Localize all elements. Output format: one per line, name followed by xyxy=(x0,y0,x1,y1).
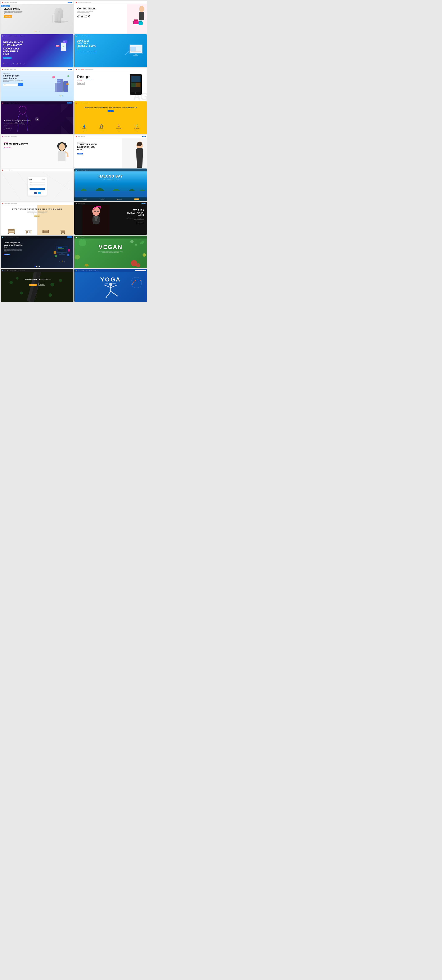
svg-rect-99 xyxy=(67,254,69,256)
nav-links-8: Customers About Blog Blog xyxy=(78,102,89,103)
nav-logo-14 xyxy=(76,203,77,204)
svg-rect-86 xyxy=(97,211,99,212)
countdown-seconds: 37 Seconds xyxy=(84,15,87,18)
svg-rect-70 xyxy=(25,231,32,231)
hero-1: LESS IS MORE It is not the beauty of a b… xyxy=(1,4,73,33)
svg-rect-11 xyxy=(56,45,59,46)
nav-logo-18 xyxy=(76,270,77,271)
svg-rect-31 xyxy=(55,83,59,92)
action-bar-12: 📍 AS GUIDANCE ✈ + PLAN TRIP 🏨 TO BE USED… xyxy=(74,197,147,201)
action-plan[interactable]: ✈ + PLAN TRIP xyxy=(100,199,104,200)
cta-6[interactable]: CLICK HERE xyxy=(77,82,85,84)
svg-rect-15 xyxy=(63,46,64,48)
action-hotel[interactable]: 🏨 TO BE USED xyxy=(117,199,122,200)
svg-line-124 xyxy=(111,291,117,296)
action-guidance[interactable]: 📍 AS GUIDANCE xyxy=(82,199,87,200)
nav-btn-14[interactable]: Sign Up xyxy=(141,203,146,204)
big-bg-text-6: AG xyxy=(133,91,147,100)
furniture-table xyxy=(25,228,32,234)
hero-text-3: STYLE AND DESIGN IS NOT JUST WHAT IT LOO… xyxy=(3,40,24,59)
cta-8[interactable]: Shop Now xyxy=(108,110,113,112)
svg-rect-73 xyxy=(27,231,28,233)
search-nav-18[interactable] xyxy=(135,270,146,271)
nav-links-4: Customers About Blog Contacts xyxy=(78,35,91,37)
svg-rect-24 xyxy=(135,54,137,55)
svg-rect-28 xyxy=(59,80,60,81)
svg-point-53 xyxy=(67,155,69,157)
svg-rect-22 xyxy=(136,47,141,51)
hero-12: HALONG BAY FIND YOUR ADVENTURE 📍 AS GUID… xyxy=(74,172,147,201)
hero-6: Design Thinking CLICK HERE AG xyxy=(74,71,147,100)
hero-cta-3[interactable]: Download Now xyxy=(3,57,11,59)
cta-7[interactable]: LEARN MORE xyxy=(4,128,11,130)
hero-heading-13: FURNITURE IS MEANT TO BE USED AND ENJOYE… xyxy=(1,208,73,210)
play-btn-7[interactable]: ▶ xyxy=(35,117,40,121)
hero-heading-8: I love to shop. Clothes, electronics, an… xyxy=(74,107,147,108)
nav-bar-14: About Teams Help Sign Up xyxy=(74,202,147,205)
hero-text-1: LESS IS MORE It is not the beauty of a b… xyxy=(4,8,22,18)
nav-logo-13 xyxy=(2,203,3,204)
fashion-woman-dark-14 xyxy=(74,205,118,235)
cta-14[interactable]: READ MORE xyxy=(137,222,144,224)
nav-logo-15 xyxy=(2,236,3,238)
svg-rect-6 xyxy=(139,22,143,25)
hero-cta-1[interactable]: Find Out More xyxy=(4,15,12,18)
hero-11: Login Register Email Password Login or c… xyxy=(1,172,73,201)
svg-rect-32 xyxy=(63,81,68,92)
svg-rect-67 xyxy=(8,232,9,234)
hero-sub-12: FIND YOUR ADVENTURE xyxy=(74,179,147,180)
svg-rect-30 xyxy=(59,82,60,83)
card-analyze: Customers About Blog Contacts DON'T JUST… xyxy=(74,34,147,67)
hero-heading-17: I don't design UI, I design dreams xyxy=(1,278,73,280)
headers-label: Headers xyxy=(1,5,10,7)
nav-btn-5[interactable]: Sign Up xyxy=(68,69,72,70)
nav-links-15: Home About Services Blog Contact xyxy=(4,237,19,238)
nav-bar-9: Products About Blog Freelance xyxy=(1,135,73,138)
svg-rect-27 xyxy=(57,80,59,81)
svg-line-60 xyxy=(1,172,21,201)
hero-text-14: STYLE IS A REFLECTION OF YOUR Style is a… xyxy=(125,209,144,224)
nav-bar-8: Customers About Blog Blog xyxy=(74,102,147,104)
hero-16: VEGAN We think what is that being a vege… xyxy=(74,239,147,268)
cta2-17[interactable]: Learn More xyxy=(38,283,45,286)
svg-rect-35 xyxy=(66,83,69,85)
nav-links-3: Apps Products About Blog Contacts Help S… xyxy=(4,35,25,37)
action-book[interactable]: BOOK NOW xyxy=(134,199,139,200)
hero-text-7: YouTube is becoming much more than an en… xyxy=(4,120,31,130)
search-bar-5[interactable]: 🔍 Search... xyxy=(3,84,17,86)
svg-rect-3 xyxy=(139,12,144,20)
svg-point-107 xyxy=(75,255,80,260)
svg-marker-45 xyxy=(61,125,69,134)
nav-bar-17: Home About News Event Blog Coaching Cont… xyxy=(1,269,73,272)
nav-btn-1[interactable]: Buy Now xyxy=(68,2,72,3)
cta-13[interactable]: Shop Now xyxy=(34,215,40,217)
nav-links-17: Home About News Event Blog Coaching Cont… xyxy=(4,270,25,271)
nav-logo-9 xyxy=(2,136,3,137)
svg-marker-44 xyxy=(65,117,73,125)
nav-btn-10[interactable]: Login xyxy=(142,136,146,137)
nav-bar-16: Home About Menu xyxy=(74,235,147,239)
svg-rect-92 xyxy=(58,250,63,250)
cta-17[interactable]: Get Started xyxy=(29,284,36,286)
cta-5[interactable]: Find Now xyxy=(18,83,23,86)
hero-5: START YOUR NICHE Find the perfect place … xyxy=(1,71,73,100)
svg-point-33 xyxy=(52,76,55,78)
cta-9[interactable]: SEE ALL WORKS xyxy=(4,147,29,148)
yoga-person-18 xyxy=(98,282,123,301)
nav-links-13: Furniture About Blog Category xyxy=(4,203,17,204)
hero-desc-1: It is not the beauty of a building you s… xyxy=(4,11,22,14)
hero-sub-6: Thinking xyxy=(77,79,91,81)
svg-rect-90 xyxy=(58,248,64,248)
nav-btn-15[interactable]: Get Started xyxy=(67,236,72,238)
hero-13: FURNITURE IS MEANT TO BE USED AND ENJOYE… xyxy=(1,205,73,235)
svg-point-119 xyxy=(109,283,112,286)
cta-15[interactable]: Learn More xyxy=(4,254,10,255)
card-design-thinking: Agency Service Customers Contacts Design… xyxy=(74,68,147,100)
hero-text-15: I don't program or code or anything like… xyxy=(4,242,25,256)
svg-point-0 xyxy=(54,21,68,22)
hero-heading-7: YouTube is becoming much more than an en… xyxy=(4,120,31,124)
dots-1 xyxy=(35,32,40,32)
cta-10[interactable]: Start Now xyxy=(77,153,83,154)
svg-line-123 xyxy=(106,291,111,298)
nav-btn-7[interactable]: Get Started xyxy=(67,102,72,103)
